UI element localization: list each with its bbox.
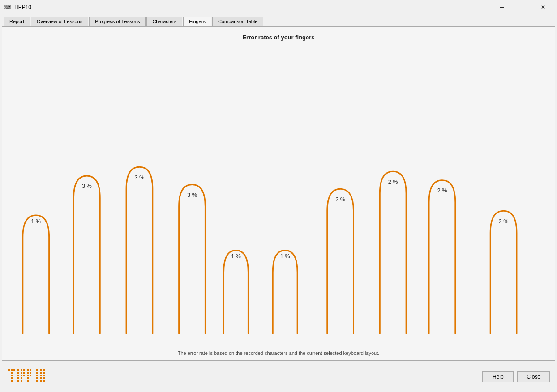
svg-rect-1 xyxy=(11,369,13,371)
bottom-bar: Help Close xyxy=(0,361,557,392)
finger-5-path xyxy=(224,250,249,333)
tab-overview[interactable]: Overview of Lessons xyxy=(31,17,88,26)
finger-8-label: 2 % xyxy=(388,179,398,185)
svg-rect-20 xyxy=(27,369,29,371)
finger-4: 3 % xyxy=(179,185,206,334)
finger-5: 1 % xyxy=(224,250,249,333)
finger-10-label: 2 % xyxy=(499,218,509,225)
finger-6: 1 % xyxy=(273,250,297,333)
svg-rect-9 xyxy=(17,375,19,376)
finger-1: 1 % xyxy=(23,215,49,334)
finger-3-path xyxy=(126,167,153,333)
svg-rect-7 xyxy=(17,369,19,371)
svg-rect-6 xyxy=(11,380,13,382)
svg-rect-10 xyxy=(17,377,19,379)
svg-rect-36 xyxy=(43,372,45,374)
finger-9-label: 2 % xyxy=(437,187,447,194)
finger-2-label: 3 % xyxy=(82,183,92,189)
svg-rect-31 xyxy=(36,377,38,379)
finger-4-label: 3 % xyxy=(187,192,197,198)
svg-rect-14 xyxy=(21,372,22,374)
logo-svg xyxy=(7,366,79,388)
svg-rect-18 xyxy=(21,377,22,379)
chart-area: 1 % 3 % 3 % 3 % 1 % xyxy=(2,44,555,347)
finger-7-path xyxy=(327,189,354,333)
svg-rect-0 xyxy=(8,369,10,371)
svg-rect-5 xyxy=(11,377,13,379)
finger-4-path xyxy=(179,185,206,334)
svg-rect-23 xyxy=(30,372,31,374)
svg-rect-24 xyxy=(27,375,29,376)
finger-chart-svg: 1 % 3 % 3 % 3 % 1 % xyxy=(2,44,555,347)
finger-2: 3 % xyxy=(73,176,100,334)
main-content: Error rates of your fingers 1 % 3 % 3 % … xyxy=(2,26,555,361)
finger-1-path xyxy=(23,215,49,334)
svg-rect-22 xyxy=(27,372,29,374)
tab-comparison[interactable]: Comparison Table xyxy=(212,17,263,26)
app-title: TIPP10 xyxy=(13,4,492,10)
finger-9-path xyxy=(429,180,455,334)
finger-6-label: 1 % xyxy=(280,253,290,260)
tipp10-logo xyxy=(7,366,79,388)
svg-rect-3 xyxy=(11,372,13,374)
svg-rect-29 xyxy=(36,372,38,374)
finger-7-label: 2 % xyxy=(335,196,345,203)
svg-rect-17 xyxy=(23,375,25,376)
svg-rect-37 xyxy=(40,375,42,376)
finger-3: 3 % xyxy=(126,167,153,333)
svg-rect-19 xyxy=(21,380,22,382)
svg-rect-15 xyxy=(23,372,25,374)
minimize-button[interactable]: ─ xyxy=(492,0,512,14)
window-controls: ─ □ ✕ xyxy=(492,0,553,14)
svg-rect-30 xyxy=(36,375,38,376)
svg-rect-42 xyxy=(43,380,45,382)
tab-progress[interactable]: Progress of Lessons xyxy=(89,17,146,26)
tab-bar: Report Overview of Lessons Progress of L… xyxy=(0,14,557,26)
tab-characters[interactable]: Characters xyxy=(146,17,182,26)
svg-rect-21 xyxy=(30,369,31,371)
title-bar: ⌨ TIPP10 ─ □ ✕ xyxy=(0,0,557,14)
app-icon: ⌨ xyxy=(4,4,11,11)
svg-rect-25 xyxy=(30,375,31,376)
svg-rect-35 xyxy=(40,372,42,374)
svg-rect-40 xyxy=(43,377,45,379)
maximize-button[interactable]: □ xyxy=(512,0,533,14)
chart-footnote: The error rate is based on the recorded … xyxy=(2,347,555,360)
finger-8: 2 % xyxy=(380,171,406,333)
finger-5-label: 1 % xyxy=(231,253,241,260)
tab-report[interactable]: Report xyxy=(4,17,30,26)
svg-rect-27 xyxy=(27,380,29,382)
svg-rect-34 xyxy=(43,369,45,371)
svg-rect-11 xyxy=(17,380,19,382)
svg-rect-38 xyxy=(43,375,45,376)
help-button[interactable]: Help xyxy=(482,371,514,382)
finger-10-path xyxy=(490,211,517,333)
svg-rect-2 xyxy=(13,369,15,371)
svg-rect-28 xyxy=(36,369,38,371)
svg-rect-8 xyxy=(17,372,19,374)
finger-10: 2 % xyxy=(490,211,517,333)
chart-title: Error rates of your fingers xyxy=(2,27,555,44)
svg-rect-32 xyxy=(36,380,38,382)
svg-rect-12 xyxy=(21,369,22,371)
svg-rect-13 xyxy=(23,369,25,371)
svg-rect-26 xyxy=(27,377,29,379)
tab-fingers[interactable]: Fingers xyxy=(183,17,211,26)
finger-2-path xyxy=(73,176,100,334)
close-window-button[interactable]: ✕ xyxy=(533,0,553,14)
finger-1-label: 1 % xyxy=(31,218,41,225)
finger-8-path xyxy=(380,171,406,333)
close-button[interactable]: Close xyxy=(517,371,550,382)
finger-9: 2 % xyxy=(429,180,455,334)
svg-rect-16 xyxy=(21,375,22,376)
finger-7: 2 % xyxy=(327,189,354,333)
svg-rect-33 xyxy=(40,369,42,371)
svg-rect-4 xyxy=(11,375,13,376)
svg-rect-41 xyxy=(40,380,42,382)
finger-6-path xyxy=(273,250,297,333)
bottom-buttons: Help Close xyxy=(482,371,550,382)
finger-3-label: 3 % xyxy=(134,174,144,181)
svg-rect-39 xyxy=(40,377,42,379)
